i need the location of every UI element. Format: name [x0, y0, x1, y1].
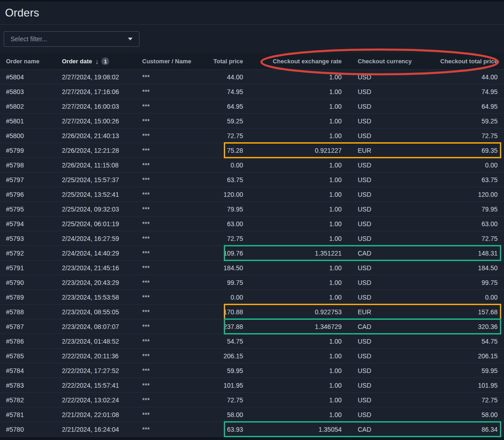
table-row[interactable]: #5796 2/25/2024, 13:52:41 *** 120.00 1.0… [0, 187, 504, 201]
cell-order-name: #5798 [0, 162, 62, 169]
cell-exchange-rate: 1.00 [248, 367, 348, 374]
table-row[interactable]: #5800 2/26/2024, 21:40:13 *** 72.75 1.00… [0, 128, 504, 143]
cell-currency: USD [348, 191, 428, 198]
cell-checkout-total: 54.75 [428, 338, 504, 345]
cell-exchange-rate: 1.00 [248, 176, 348, 184]
filter-select[interactable]: Select filter... [4, 31, 139, 47]
table-row[interactable]: #5795 2/25/2024, 09:32:03 *** 79.95 1.00… [0, 201, 504, 216]
column-header-checkout-exchange-rate[interactable]: Checkout exchange rate [248, 58, 348, 65]
cell-exchange-rate: 1.351221 [248, 250, 348, 257]
sort-order-badge: 1 [101, 57, 109, 65]
cell-order-name: #5782 [0, 396, 62, 404]
cell-total-price: 0.00 [209, 294, 248, 301]
cell-order-date: 2/21/2024, 22:01:08 [62, 411, 142, 418]
table-row[interactable]: #5791 2/23/2024, 21:45:16 *** 184.50 1.0… [0, 260, 504, 275]
cell-order-date: 2/27/2024, 17:16:06 [62, 88, 142, 95]
cell-order-name: #5803 [0, 88, 62, 95]
cell-order-name: #5788 [0, 308, 62, 316]
cell-currency: USD [348, 162, 428, 169]
table-row[interactable]: #5801 2/27/2024, 15:00:26 *** 59.25 1.00… [0, 113, 504, 128]
cell-total-price: 63.00 [209, 220, 248, 228]
table-row[interactable]: #5784 2/22/2024, 17:27:52 *** 59.95 1.00… [0, 363, 504, 378]
table-row[interactable]: #5786 2/23/2024, 01:48:52 *** 54.75 1.00… [0, 334, 504, 348]
cell-customer: *** [142, 117, 209, 125]
table-row[interactable]: #5790 2/23/2024, 20:43:29 *** 99.75 1.00… [0, 275, 504, 290]
cell-order-date: 2/25/2024, 13:52:41 [62, 191, 142, 198]
cell-currency: USD [348, 206, 428, 213]
cell-checkout-total: 63.00 [428, 220, 504, 228]
cell-exchange-rate: 1.00 [248, 132, 348, 139]
table-row[interactable]: #5787 2/23/2024, 08:07:07 *** 237.88 1.3… [0, 319, 504, 334]
table-bottom-edge [0, 436, 504, 440]
cell-currency: CAD [348, 323, 428, 330]
cell-customer: *** [142, 88, 209, 95]
cell-currency: USD [348, 73, 428, 81]
cell-customer: *** [142, 264, 209, 272]
cell-customer: *** [142, 426, 209, 433]
cell-currency: USD [348, 220, 428, 228]
cell-total-price: 109.76 [209, 250, 248, 257]
table-row[interactable]: #5783 2/22/2024, 15:57:41 *** 101.95 1.0… [0, 378, 504, 392]
cell-customer: *** [142, 323, 209, 330]
column-header-total-price[interactable]: Total price [209, 58, 248, 65]
table-row[interactable]: #5782 2/22/2024, 13:02:24 *** 72.75 1.00… [0, 392, 504, 407]
table-row[interactable]: #5799 2/26/2024, 12:21:28 *** 75.28 0.92… [0, 143, 504, 157]
table-row[interactable]: #5793 2/24/2024, 16:27:59 *** 72.75 1.00… [0, 231, 504, 245]
cell-customer: *** [142, 191, 209, 198]
cell-exchange-rate: 1.00 [248, 411, 348, 418]
table-row[interactable]: #5792 2/24/2024, 14:40:29 *** 109.76 1.3… [0, 245, 504, 260]
column-header-order-name[interactable]: Order name [0, 58, 62, 65]
table-row[interactable]: #5802 2/27/2024, 16:00:03 *** 64.95 1.00… [0, 99, 504, 113]
cell-checkout-total: 99.75 [428, 279, 504, 286]
cell-exchange-rate: 1.00 [248, 206, 348, 213]
cell-exchange-rate: 1.00 [248, 396, 348, 404]
cell-total-price: 63.93 [209, 426, 248, 433]
table-row[interactable]: #5788 2/23/2024, 08:55:05 *** 170.88 0.9… [0, 304, 504, 319]
table-row[interactable]: #5785 2/22/2024, 20:11:36 *** 206.15 1.0… [0, 348, 504, 363]
cell-total-price: 170.88 [209, 308, 248, 316]
column-header-order-date[interactable]: Order date ↓ 1 [62, 57, 142, 65]
table-row[interactable]: #5794 2/25/2024, 06:01:19 *** 63.00 1.00… [0, 216, 504, 231]
cell-order-date: 2/26/2024, 12:21:28 [62, 147, 142, 154]
cell-customer: *** [142, 176, 209, 184]
cell-total-price: 99.75 [209, 279, 248, 286]
cell-order-date: 2/23/2024, 01:48:52 [62, 338, 142, 345]
cell-customer: *** [142, 162, 209, 169]
cell-total-price: 72.75 [209, 396, 248, 404]
cell-checkout-total: 148.31 [428, 250, 504, 257]
table-row[interactable]: #5803 2/27/2024, 17:16:06 *** 74.95 1.00… [0, 84, 504, 99]
cell-currency: USD [348, 264, 428, 272]
cell-order-date: 2/23/2024, 15:53:58 [62, 294, 142, 301]
cell-order-name: #5801 [0, 117, 62, 125]
cell-checkout-total: 69.35 [428, 147, 504, 154]
cell-total-price: 206.15 [209, 352, 248, 360]
cell-order-name: #5799 [0, 147, 62, 154]
table-row[interactable]: #5781 2/21/2024, 22:01:08 *** 58.00 1.00… [0, 407, 504, 422]
cell-order-date: 2/23/2024, 21:45:16 [62, 264, 142, 272]
cell-order-name: #5800 [0, 132, 62, 139]
sort-desc-arrow-icon[interactable]: ↓ [95, 57, 99, 65]
cell-currency: USD [348, 294, 428, 301]
page-title: Orders [5, 6, 39, 19]
cell-exchange-rate: 1.00 [248, 352, 348, 360]
cell-order-name: #5781 [0, 411, 62, 418]
cell-total-price: 58.00 [209, 411, 248, 418]
cell-checkout-total: 120.00 [428, 191, 504, 198]
table-row[interactable]: #5798 2/26/2024, 11:15:08 *** 0.00 1.00 … [0, 157, 504, 172]
cell-order-date: 2/21/2024, 16:24:04 [62, 426, 142, 433]
table-row[interactable]: #5789 2/23/2024, 15:53:58 *** 0.00 1.00 … [0, 290, 504, 304]
cell-exchange-rate: 1.00 [248, 338, 348, 345]
table-row[interactable]: #5804 2/27/2024, 19:08:02 *** 44.00 1.00… [0, 69, 504, 84]
cell-exchange-rate: 1.00 [248, 220, 348, 228]
column-header-customer[interactable]: Customer / Name [142, 58, 209, 65]
column-header-checkout-total-price[interactable]: Checkout total price [428, 58, 504, 65]
cell-exchange-rate: 1.00 [248, 191, 348, 198]
table-row[interactable]: #5780 2/21/2024, 16:24:04 *** 63.93 1.35… [0, 422, 504, 436]
chevron-down-icon [128, 38, 133, 40]
table-row[interactable]: #5797 2/25/2024, 15:57:37 *** 63.75 1.00… [0, 172, 504, 187]
cell-checkout-total: 86.34 [428, 426, 504, 433]
column-header-checkout-currency[interactable]: Checkout currency [348, 58, 428, 65]
cell-total-price: 72.75 [209, 132, 248, 139]
cell-checkout-total: 72.75 [428, 235, 504, 242]
filter-bar: Select filter... [0, 25, 504, 53]
